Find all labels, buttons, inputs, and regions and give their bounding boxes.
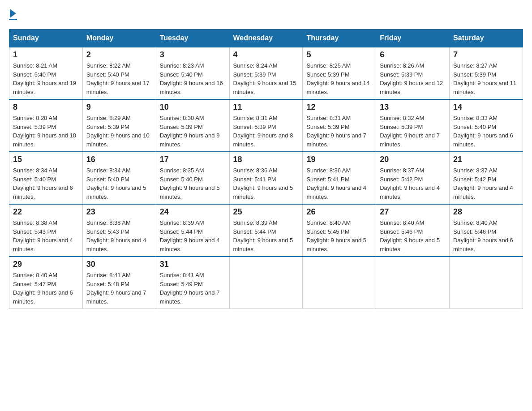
day-info: Sunrise: 8:34 AMSunset: 5:40 PMDaylight:… — [13, 167, 73, 200]
calendar-cell: 4 Sunrise: 8:24 AMSunset: 5:39 PMDayligh… — [229, 47, 303, 99]
calendar-table: SundayMondayTuesdayWednesdayThursdayFrid… — [9, 29, 523, 309]
day-number: 1 — [13, 50, 79, 60]
header-wednesday: Wednesday — [229, 30, 303, 47]
logo-underline — [9, 19, 17, 20]
calendar-cell: 31 Sunrise: 8:41 AMSunset: 5:49 PMDaylig… — [156, 257, 229, 309]
day-info: Sunrise: 8:26 AMSunset: 5:39 PMDaylight:… — [380, 62, 443, 95]
day-info: Sunrise: 8:38 AMSunset: 5:43 PMDaylight:… — [86, 219, 146, 253]
day-number: 4 — [233, 50, 299, 60]
calendar-week-row: 29 Sunrise: 8:40 AMSunset: 5:47 PMDaylig… — [9, 257, 523, 309]
calendar-cell — [229, 257, 303, 309]
calendar-cell: 21 Sunrise: 8:37 AMSunset: 5:42 PMDaylig… — [450, 152, 523, 204]
day-number: 26 — [306, 207, 372, 217]
calendar-cell — [303, 257, 376, 309]
calendar-cell: 2 Sunrise: 8:22 AMSunset: 5:40 PMDayligh… — [82, 47, 156, 99]
day-info: Sunrise: 8:25 AMSunset: 5:39 PMDaylight:… — [306, 62, 369, 95]
day-info: Sunrise: 8:40 AMSunset: 5:47 PMDaylight:… — [13, 272, 73, 305]
day-info: Sunrise: 8:39 AMSunset: 5:44 PMDaylight:… — [160, 219, 220, 253]
day-number: 24 — [160, 207, 226, 217]
header-monday: Monday — [82, 30, 156, 47]
day-info: Sunrise: 8:31 AMSunset: 5:39 PMDaylight:… — [233, 115, 293, 148]
day-number: 31 — [160, 260, 226, 269]
day-number: 6 — [380, 50, 446, 60]
calendar-header-row: SundayMondayTuesdayWednesdayThursdayFrid… — [9, 30, 523, 47]
day-info: Sunrise: 8:37 AMSunset: 5:42 PMDaylight:… — [380, 167, 440, 200]
day-number: 14 — [453, 103, 519, 112]
day-info: Sunrise: 8:36 AMSunset: 5:41 PMDaylight:… — [233, 167, 293, 200]
day-number: 23 — [86, 207, 152, 217]
calendar-cell: 13 Sunrise: 8:32 AMSunset: 5:39 PMDaylig… — [376, 99, 450, 152]
calendar-cell: 10 Sunrise: 8:30 AMSunset: 5:39 PMDaylig… — [156, 99, 229, 152]
calendar-cell — [450, 257, 523, 309]
day-number: 25 — [233, 207, 299, 217]
calendar-cell: 26 Sunrise: 8:40 AMSunset: 5:45 PMDaylig… — [303, 204, 376, 257]
day-number: 13 — [380, 103, 446, 112]
header-sunday: Sunday — [9, 30, 83, 47]
day-info: Sunrise: 8:29 AMSunset: 5:39 PMDaylight:… — [86, 115, 150, 148]
calendar-cell: 7 Sunrise: 8:27 AMSunset: 5:39 PMDayligh… — [450, 47, 523, 99]
day-info: Sunrise: 8:33 AMSunset: 5:40 PMDaylight:… — [453, 115, 513, 148]
day-info: Sunrise: 8:38 AMSunset: 5:43 PMDaylight:… — [13, 219, 73, 253]
header-thursday: Thursday — [303, 30, 376, 47]
day-info: Sunrise: 8:28 AMSunset: 5:39 PMDaylight:… — [13, 115, 76, 148]
day-number: 27 — [380, 207, 446, 217]
calendar-week-row: 8 Sunrise: 8:28 AMSunset: 5:39 PMDayligh… — [9, 99, 523, 152]
calendar-cell: 5 Sunrise: 8:25 AMSunset: 5:39 PMDayligh… — [303, 47, 376, 99]
calendar-cell: 15 Sunrise: 8:34 AMSunset: 5:40 PMDaylig… — [9, 152, 83, 204]
day-info: Sunrise: 8:35 AMSunset: 5:40 PMDaylight:… — [160, 167, 220, 200]
calendar-cell: 11 Sunrise: 8:31 AMSunset: 5:39 PMDaylig… — [229, 99, 303, 152]
day-number: 7 — [453, 50, 519, 60]
day-number: 28 — [453, 207, 519, 217]
calendar-cell: 29 Sunrise: 8:40 AMSunset: 5:47 PMDaylig… — [9, 257, 83, 309]
day-info: Sunrise: 8:34 AMSunset: 5:40 PMDaylight:… — [86, 167, 146, 200]
day-info: Sunrise: 8:32 AMSunset: 5:39 PMDaylight:… — [380, 115, 440, 148]
calendar-cell: 17 Sunrise: 8:35 AMSunset: 5:40 PMDaylig… — [156, 152, 229, 204]
day-info: Sunrise: 8:41 AMSunset: 5:49 PMDaylight:… — [160, 272, 220, 305]
calendar-week-row: 15 Sunrise: 8:34 AMSunset: 5:40 PMDaylig… — [9, 152, 523, 204]
calendar-cell: 16 Sunrise: 8:34 AMSunset: 5:40 PMDaylig… — [82, 152, 156, 204]
calendar-week-row: 22 Sunrise: 8:38 AMSunset: 5:43 PMDaylig… — [9, 204, 523, 257]
day-number: 21 — [453, 155, 519, 164]
day-number: 19 — [306, 155, 372, 164]
day-number: 30 — [86, 260, 152, 269]
day-info: Sunrise: 8:41 AMSunset: 5:48 PMDaylight:… — [86, 272, 146, 305]
calendar-cell: 1 Sunrise: 8:21 AMSunset: 5:40 PMDayligh… — [9, 47, 83, 99]
day-number: 18 — [233, 155, 299, 164]
calendar-cell: 6 Sunrise: 8:26 AMSunset: 5:39 PMDayligh… — [376, 47, 450, 99]
calendar-cell: 14 Sunrise: 8:33 AMSunset: 5:40 PMDaylig… — [450, 99, 523, 152]
day-number: 3 — [160, 50, 226, 60]
calendar-cell: 18 Sunrise: 8:36 AMSunset: 5:41 PMDaylig… — [229, 152, 303, 204]
day-info: Sunrise: 8:22 AMSunset: 5:40 PMDaylight:… — [86, 62, 150, 95]
calendar-cell: 30 Sunrise: 8:41 AMSunset: 5:48 PMDaylig… — [82, 257, 156, 309]
calendar-cell: 27 Sunrise: 8:40 AMSunset: 5:46 PMDaylig… — [376, 204, 450, 257]
page-header — [9, 9, 523, 20]
day-number: 2 — [86, 50, 152, 60]
day-info: Sunrise: 8:40 AMSunset: 5:46 PMDaylight:… — [453, 219, 513, 253]
day-number: 8 — [13, 103, 79, 112]
day-info: Sunrise: 8:24 AMSunset: 5:39 PMDaylight:… — [233, 62, 296, 95]
day-number: 12 — [306, 103, 372, 112]
calendar-cell: 28 Sunrise: 8:40 AMSunset: 5:46 PMDaylig… — [450, 204, 523, 257]
day-info: Sunrise: 8:39 AMSunset: 5:44 PMDaylight:… — [233, 219, 293, 253]
day-number: 10 — [160, 103, 226, 112]
day-number: 5 — [306, 50, 372, 60]
day-number: 9 — [86, 103, 152, 112]
calendar-cell: 20 Sunrise: 8:37 AMSunset: 5:42 PMDaylig… — [376, 152, 450, 204]
calendar-cell: 19 Sunrise: 8:36 AMSunset: 5:41 PMDaylig… — [303, 152, 376, 204]
header-saturday: Saturday — [450, 30, 523, 47]
calendar-cell: 9 Sunrise: 8:29 AMSunset: 5:39 PMDayligh… — [82, 99, 156, 152]
calendar-cell: 24 Sunrise: 8:39 AMSunset: 5:44 PMDaylig… — [156, 204, 229, 257]
header-friday: Friday — [376, 30, 450, 47]
logo — [9, 9, 17, 20]
calendar-cell: 12 Sunrise: 8:31 AMSunset: 5:39 PMDaylig… — [303, 99, 376, 152]
day-info: Sunrise: 8:37 AMSunset: 5:42 PMDaylight:… — [453, 167, 513, 200]
header-tuesday: Tuesday — [156, 30, 229, 47]
calendar-cell: 22 Sunrise: 8:38 AMSunset: 5:43 PMDaylig… — [9, 204, 83, 257]
calendar-cell: 23 Sunrise: 8:38 AMSunset: 5:43 PMDaylig… — [82, 204, 156, 257]
day-number: 15 — [13, 155, 79, 164]
calendar-cell: 3 Sunrise: 8:23 AMSunset: 5:40 PMDayligh… — [156, 47, 229, 99]
calendar-cell — [376, 257, 450, 309]
day-number: 22 — [13, 207, 79, 217]
day-info: Sunrise: 8:27 AMSunset: 5:39 PMDaylight:… — [453, 62, 516, 95]
day-number: 17 — [160, 155, 226, 164]
